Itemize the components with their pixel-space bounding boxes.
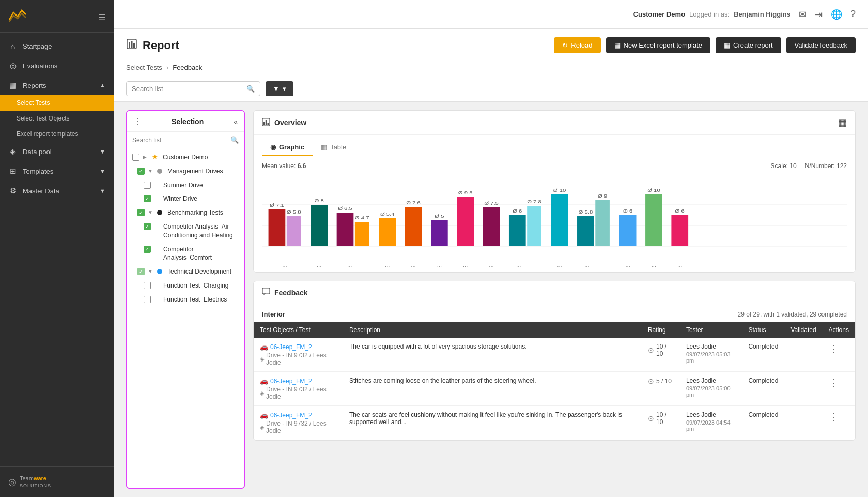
svg-text:Ø 5.4: Ø 5.4 [380, 212, 395, 217]
checkbox-management-drives[interactable]: ✓ [137, 168, 145, 175]
expand-management-drives[interactable]: ▼ [148, 168, 154, 174]
cell-rating-0: ⊙ 10 / 10 [642, 338, 680, 372]
tester-date-0: 09/07/2023 05:03 pm [686, 351, 736, 364]
exit-icon[interactable]: ⇥ [815, 9, 823, 20]
sidebar-label-select-test-objects: Select Test Objects [17, 115, 70, 122]
expand-technical-dev[interactable]: ▼ [148, 268, 154, 274]
topbar-user-info: Customer Demo Logged in as: Benjamin Hig… [633, 10, 791, 18]
data-pool-icon: ◈ [8, 147, 18, 156]
col-tester: Tester [680, 322, 742, 338]
cell-validated-0 [784, 338, 822, 372]
svg-rect-44 [551, 194, 568, 246]
mail-icon[interactable]: ✉ [799, 9, 807, 20]
expand-benchmarking[interactable]: ▼ [148, 209, 154, 215]
svg-text:...: ... [652, 263, 656, 268]
cell-tester-2: Lees Jodie 09/07/2023 04:54 pm [680, 406, 742, 440]
selection-search-icon[interactable]: 🔍 [230, 136, 239, 144]
checkbox-summer-drive[interactable] [144, 182, 151, 189]
cell-test-object-2: 🚗 06-Jeep_FM_2 ◈ Drive - IN 9732 / Lees … [254, 406, 343, 440]
feedback-card-header: Feedback [254, 281, 855, 304]
checkbox-winter-drive[interactable]: ✓ [144, 195, 151, 202]
sidebar-item-excel-templates[interactable]: Excel report templates [0, 126, 114, 142]
svg-rect-11 [269, 209, 286, 246]
selection-collapse-icon[interactable]: « [234, 117, 238, 126]
filter-button[interactable]: ▼ ▾ [266, 81, 293, 96]
tree-item-technical-dev[interactable]: ✓ ▼ Technical Development [127, 265, 244, 279]
tree-item-benchmarking[interactable]: ✓ ▼ Benchmarking Tests [127, 206, 244, 220]
checkbox-function-electrics[interactable] [144, 296, 151, 303]
validate-feedback-button[interactable]: Validate feedback [786, 37, 856, 53]
cell-description-2: The car seats are feel cushiony without … [343, 406, 642, 440]
search-icon[interactable]: 🔍 [246, 85, 255, 93]
sidebar-item-select-tests[interactable]: Select Tests [0, 95, 114, 111]
user-name: Benjamin Higgins [734, 10, 791, 18]
tree-item-management-drives[interactable]: ✓ ▼ Management Drives [127, 164, 244, 178]
test-obj-name-0: 🚗 06-Jeep_FM_2 [260, 343, 337, 351]
sidebar-label-data-pool: Data pool [23, 148, 52, 156]
selection-header-icons: « [234, 117, 238, 126]
cell-status-0: Completed [742, 338, 784, 372]
test-obj-0: 🚗 06-Jeep_FM_2 ◈ Drive - IN 9732 / Lees … [260, 343, 337, 366]
sidebar-item-master-data[interactable]: ⚙ Master Data ▼ [0, 181, 114, 201]
actions-menu-2[interactable]: ⋮ [829, 412, 838, 422]
tree-item-function-electrics[interactable]: Function Test_Electrics [127, 293, 244, 307]
tree-item-summer-drive[interactable]: Summer Drive [127, 178, 244, 192]
sidebar-item-reports[interactable]: ▦ Reports ▲ [0, 76, 114, 95]
globe-icon[interactable]: 🌐 [831, 9, 842, 20]
breadcrumb-select-tests[interactable]: Select Tests [126, 64, 162, 71]
tree-item-function-charging[interactable]: Function Test_Charging [127, 279, 244, 293]
svg-text:...: ... [625, 263, 630, 268]
cell-status-1: Completed [742, 372, 784, 406]
checkbox-benchmarking[interactable]: ✓ [137, 209, 145, 216]
checkbox-technical-dev[interactable]: ✓ [137, 268, 145, 275]
sidebar-item-data-pool[interactable]: ◈ Data pool ▼ [0, 142, 114, 161]
svg-rect-55 [645, 194, 662, 246]
feedback-subsection-title: Interior [262, 310, 285, 318]
tree-item-competitor-ac[interactable]: ✓ Competitor Analysis_Air Conditioning a… [127, 220, 244, 243]
sidebar-item-startpage[interactable]: ⌂ Startpage [0, 37, 114, 56]
body-layout: ⋮ Selection « 🔍 ▶ ★ Customer Demo [114, 102, 868, 497]
svg-rect-58 [671, 215, 688, 246]
cell-status-2: Completed [742, 406, 784, 440]
tab-graphic[interactable]: ◉ Graphic [262, 139, 313, 156]
cell-tester-1: Lees Jodie 09/07/2023 05:00 pm [680, 372, 742, 406]
reload-button[interactable]: ↻ Reload [554, 37, 600, 53]
search-input[interactable] [132, 85, 243, 93]
checkbox-competitor-ac[interactable]: ✓ [144, 223, 151, 230]
checkbox-customer-demo[interactable] [132, 154, 140, 161]
new-excel-template-button[interactable]: ▦ New Excel report template [606, 37, 710, 53]
cell-test-object-1: 🚗 06-Jeep_FM_2 ◈ Drive - IN 9732 / Lees … [254, 372, 343, 406]
expand-customer-demo[interactable]: ▶ [143, 154, 149, 160]
feedback-title: Feedback [262, 288, 308, 297]
breadcrumb-separator: › [166, 64, 168, 71]
sidebar-footer: ◎ TeamwareSOLUTIONS [0, 466, 114, 497]
app-logo-icon [8, 8, 27, 26]
selection-more-icon[interactable]: ⋮ [133, 116, 142, 126]
overview-grid-icon[interactable]: ▦ [838, 117, 847, 128]
actions-menu-0[interactable]: ⋮ [829, 343, 838, 354]
selection-search-input[interactable] [132, 137, 227, 144]
svg-rect-30 [431, 220, 448, 246]
feedback-icon [262, 288, 270, 297]
tab-table[interactable]: ▦ Table [313, 139, 354, 156]
checkbox-competitor-comfort[interactable]: ✓ [144, 246, 151, 253]
right-content: Overview ▦ ◉ Graphic ▦ Table [253, 110, 856, 489]
tree-item-competitor-comfort[interactable]: ✓ Competitor Analysis_Comfort [127, 243, 244, 265]
svg-rect-7 [268, 123, 269, 125]
sidebar-label-startpage: Startpage [23, 42, 52, 50]
svg-rect-27 [405, 207, 422, 246]
tree-item-customer-demo[interactable]: ▶ ★ Customer Demo [127, 150, 244, 164]
evaluations-icon: ◎ [8, 61, 18, 70]
svg-rect-24 [379, 218, 396, 246]
checkbox-function-charging[interactable] [144, 282, 151, 289]
help-icon[interactable]: ? [850, 9, 856, 20]
create-report-button[interactable]: ▦ Create report [716, 37, 781, 53]
tree-item-winter-drive[interactable]: ✓ Winter Drive [127, 192, 244, 206]
svg-rect-1 [129, 42, 130, 48]
sidebar-item-evaluations[interactable]: ◎ Evaluations [0, 56, 114, 76]
sidebar-item-templates[interactable]: ⊞ Templates ▼ [0, 161, 114, 181]
sidebar-item-select-test-objects[interactable]: Select Test Objects [0, 111, 114, 126]
actions-menu-1[interactable]: ⋮ [829, 378, 838, 388]
sidebar-toggle-btn[interactable]: ☰ [98, 12, 105, 22]
selection-panel-header: ⋮ Selection « [127, 111, 244, 132]
